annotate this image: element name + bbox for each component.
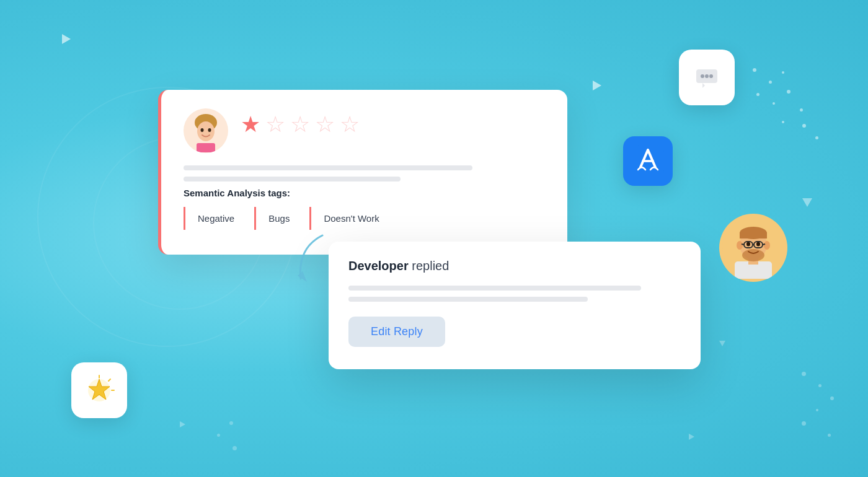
svg-line-31 — [742, 244, 744, 245]
replied-text: replied — [412, 259, 449, 273]
semantic-label: Semantic Analysis tags: — [184, 188, 545, 198]
svg-line-32 — [763, 244, 765, 245]
review-header: ★ ☆ ☆ ☆ ☆ — [184, 108, 545, 153]
svg-rect-5 — [197, 143, 215, 152]
svg-point-26 — [746, 242, 750, 247]
review-line-1 — [184, 165, 472, 170]
tags-row: Negative Bugs Doesn't Work — [184, 207, 545, 230]
svg-line-15 — [108, 379, 110, 381]
svg-point-8 — [701, 74, 704, 78]
svg-point-27 — [756, 242, 760, 247]
reply-line-1 — [348, 286, 641, 291]
svg-point-23 — [737, 241, 743, 250]
review-text-lines — [184, 165, 545, 182]
reply-card: Developer replied Edit Reply — [329, 242, 701, 369]
developer-replied-text: Developer replied — [348, 259, 681, 273]
star-2: ☆ — [265, 113, 285, 136]
star-rating: ★ ☆ ☆ ☆ ☆ — [241, 108, 360, 136]
svg-point-3 — [201, 128, 204, 132]
star-5: ☆ — [340, 113, 360, 136]
edit-reply-button[interactable]: Edit Reply — [348, 317, 445, 347]
svg-point-2 — [197, 121, 215, 141]
developer-avatar — [719, 214, 787, 282]
reviewer-avatar — [184, 108, 228, 153]
svg-rect-22 — [740, 232, 767, 239]
reply-line-2 — [348, 297, 588, 302]
appstore-icon — [623, 136, 673, 186]
svg-point-25 — [742, 249, 764, 261]
review-line-2 — [184, 177, 401, 182]
svg-point-10 — [709, 74, 713, 78]
arrow-decoration — [285, 229, 335, 291]
scene: ★ ☆ ☆ ☆ ☆ Semantic Analysis tags: Negati… — [0, 0, 868, 477]
svg-marker-6 — [298, 271, 307, 282]
reply-text-lines — [348, 286, 681, 302]
star-4: ☆ — [315, 113, 335, 136]
review-card: ★ ☆ ☆ ☆ ☆ Semantic Analysis tags: Negati… — [158, 90, 567, 255]
star-1: ★ — [241, 113, 260, 136]
chat-bubble-icon — [679, 50, 735, 105]
svg-point-24 — [764, 241, 770, 250]
tag-bugs: Bugs — [254, 207, 302, 230]
tag-doesnt-work: Doesn't Work — [309, 207, 391, 230]
svg-point-4 — [208, 128, 211, 132]
developer-label: Developer — [348, 259, 409, 273]
star-rating-icon — [71, 362, 127, 418]
tag-negative: Negative — [184, 207, 247, 230]
star-3: ☆ — [290, 113, 310, 136]
svg-point-9 — [705, 74, 709, 78]
